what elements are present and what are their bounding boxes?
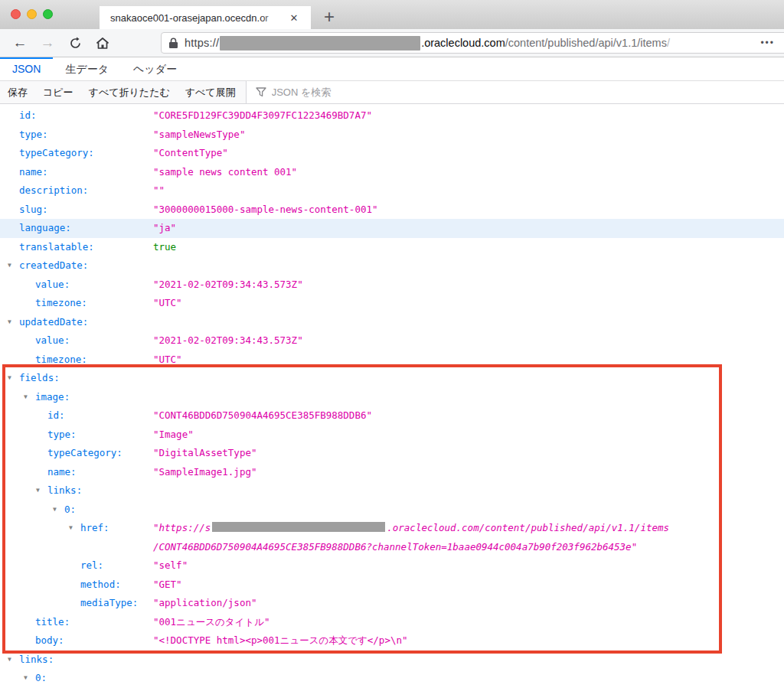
json-row: value:"2021-02-02T09:34:43.573Z"	[0, 331, 784, 351]
json-row: ▼0:	[0, 669, 784, 687]
twisty-icon[interactable]: ▼	[8, 256, 11, 276]
json-value: "<!DOCTYPE html><p>001ニュースの本文です</p>\n"	[153, 634, 408, 646]
json-value: "DigitalAssetType"	[153, 447, 256, 458]
viewer-tab-JSON[interactable]: JSON	[0, 57, 53, 80]
json-value: ""	[153, 184, 165, 196]
json-filter-input[interactable]	[272, 86, 784, 98]
json-key: updatedDate:	[19, 313, 88, 332]
json-row: rel:"self"	[0, 556, 784, 576]
window-minimize-button[interactable]	[27, 9, 37, 19]
browser-tab[interactable]: snakaoce001-orasejapan.ocecdn.or ✕	[100, 6, 311, 29]
url-bar[interactable]: https:// .oraclecloud.com /content/publi…	[161, 32, 784, 54]
json-row: mediaType:"application/json"	[0, 594, 784, 613]
json-panel: id:"CORE5FD129FC39DD4F3097FC1223469BD7A7…	[0, 104, 784, 687]
json-key: typeCategory:	[19, 144, 94, 163]
json-key: rel:	[80, 556, 103, 576]
json-key: 0:	[35, 669, 47, 687]
tab-close-icon[interactable]: ✕	[283, 12, 305, 24]
json-key: method:	[80, 576, 121, 595]
json-viewer-toolbar: 保存コピーすべて折りたたむすべて展開	[0, 81, 784, 104]
url-host-redaction	[220, 36, 420, 51]
json-key: typeCategory:	[47, 444, 122, 463]
json-value: "GET"	[153, 579, 182, 590]
json-row: slug:"3000000015000-sample-news-content-…	[0, 201, 784, 220]
json-value: "self"	[153, 559, 188, 571]
json-row: id:"CONT46BDD6D750904A4695CE385FB988DDB6…	[0, 406, 784, 426]
json-row: id:"CORE5FD129FC39DD4F3097FC1223469BD7A7…	[0, 106, 784, 126]
json-key: name:	[19, 163, 48, 182]
json-viewer-tabs: JSON生データヘッダー	[0, 57, 784, 81]
forward-icon[interactable]: →	[34, 31, 61, 54]
twisty-icon[interactable]: ▼	[53, 501, 57, 520]
back-icon[interactable]: ←	[6, 31, 34, 54]
toolbar-button[interactable]: すべて折りたたむ	[81, 81, 178, 103]
json-key: description:	[19, 181, 88, 201]
json-row: ▼createdDate:	[0, 256, 784, 276]
url-domain: .oraclecloud.com	[421, 37, 505, 49]
toolbar-button[interactable]: コピー	[35, 81, 81, 103]
json-key: slug:	[19, 201, 48, 220]
json-value: "Image"	[153, 429, 194, 440]
navigation-toolbar: ← → https:// .oraclecloud.com /content/p…	[0, 29, 784, 57]
json-key: mediaType:	[80, 594, 138, 613]
value-redaction	[212, 522, 385, 532]
json-row: ▼updatedDate:	[0, 313, 784, 332]
json-row: ▼image:	[0, 388, 784, 407]
json-value: "CONT46BDD6D750904A4695CE385FB988DDB6"	[153, 409, 372, 421]
window-close-button[interactable]	[11, 9, 21, 19]
json-row: description:""	[0, 181, 784, 201]
json-key: id:	[19, 106, 37, 126]
json-key: href:	[80, 519, 109, 538]
reload-icon[interactable]	[61, 31, 89, 54]
viewer-tab-生データ[interactable]: 生データ	[53, 57, 121, 80]
json-key: language:	[19, 219, 71, 238]
json-key: id:	[47, 406, 65, 426]
json-key: image:	[35, 388, 70, 407]
home-icon[interactable]	[89, 31, 116, 54]
toolbar-button[interactable]: 保存	[0, 81, 35, 103]
json-row: method:"GET"	[0, 576, 784, 595]
json-value: "ja"	[153, 222, 176, 233]
json-row: title:"001ニュースのタイトル"	[0, 613, 784, 632]
json-row: ▼fields:	[0, 369, 784, 388]
twisty-icon[interactable]: ▼	[8, 651, 11, 670]
json-row: language:"ja"	[0, 219, 784, 238]
json-key: createdDate:	[19, 256, 88, 276]
twisty-icon[interactable]: ▼	[8, 369, 11, 388]
twisty-icon[interactable]: ▼	[8, 313, 11, 332]
toolbar-button[interactable]: すべて展開	[178, 81, 243, 103]
json-value: true	[153, 241, 176, 253]
json-row: body:"<!DOCTYPE html><p>001ニュースの本文です</p>…	[0, 631, 784, 651]
json-key: links:	[47, 481, 82, 501]
twisty-icon[interactable]: ▼	[36, 481, 40, 501]
page-actions-icon[interactable]: •••	[760, 37, 775, 48]
json-row: timezone:"UTC"	[0, 294, 784, 313]
json-value: "sampleNewsType"	[153, 129, 245, 140]
json-value: "3000000015000-sample-news-content-001"	[153, 204, 378, 215]
tab-title: snakaoce001-orasejapan.ocecdn.or	[110, 12, 283, 24]
filter-icon	[256, 87, 266, 97]
json-value: "001ニュースのタイトル"	[153, 616, 270, 628]
json-key: value:	[35, 331, 70, 351]
json-key: 0:	[64, 501, 76, 520]
twisty-icon[interactable]: ▼	[69, 519, 73, 538]
json-row: ▼0:	[0, 501, 784, 520]
json-key: body:	[35, 631, 64, 651]
json-key: timezone:	[35, 351, 87, 370]
json-value: "https://s.oraclecloud.com/content/publi…	[153, 522, 669, 553]
new-tab-button[interactable]: +	[317, 6, 341, 29]
url-path: /content/published/api/v1.1/items	[505, 37, 667, 49]
json-value: "2021-02-02T09:34:43.573Z"	[153, 279, 303, 290]
json-value: "2021-02-02T09:34:43.573Z"	[153, 334, 303, 346]
twisty-icon[interactable]: ▼	[24, 388, 28, 407]
filter-box	[247, 81, 784, 103]
viewer-tab-ヘッダー[interactable]: ヘッダー	[121, 57, 189, 80]
json-row: value:"2021-02-02T09:34:43.573Z"	[0, 276, 784, 295]
twisty-icon[interactable]: ▼	[24, 669, 28, 687]
json-row: type:"Image"	[0, 426, 784, 445]
url-scheme: https://	[185, 37, 219, 49]
json-row: typeCategory:"DigitalAssetType"	[0, 444, 784, 463]
window-zoom-button[interactable]	[43, 9, 53, 19]
json-value: "CORE5FD129FC39DD4F3097FC1223469BD7A7"	[153, 109, 372, 121]
json-value: "application/json"	[153, 597, 256, 608]
